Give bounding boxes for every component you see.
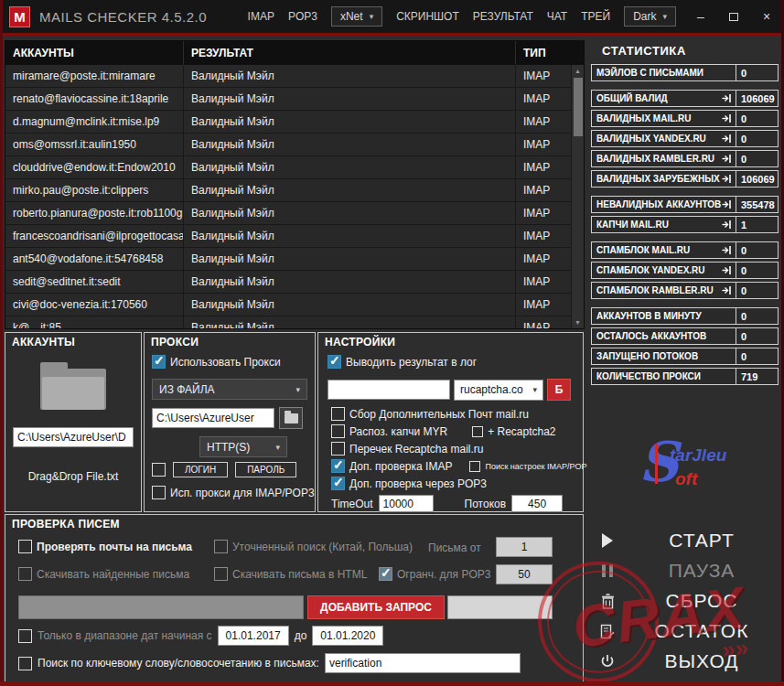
accounts-file-path-input[interactable] [13, 427, 134, 447]
table-row[interactable]: clouddrive@endow.it:Endow2010 Валидный М… [5, 156, 571, 179]
proxy-file-path-input[interactable] [152, 408, 274, 428]
collect-extra-mail-checkbox[interactable] [331, 407, 345, 421]
cell-type: IMAP [516, 316, 571, 328]
table-row[interactable]: mirko.pau@poste.it:clippers Валидный Мэй… [5, 179, 571, 202]
scroll-up-icon[interactable]: ▲ [575, 66, 581, 76]
timeout-input[interactable] [379, 495, 434, 512]
recaptcha2-checkbox[interactable] [472, 426, 483, 437]
rest-button[interactable]: ОСТАТОК [591, 617, 779, 645]
download-found-checkbox[interactable] [18, 567, 32, 581]
folder-icon[interactable] [40, 362, 106, 410]
open-list-icon[interactable] [722, 199, 732, 209]
threads-input[interactable] [511, 495, 563, 512]
pop3-limit-input[interactable] [496, 564, 553, 584]
open-list-icon[interactable] [722, 154, 732, 164]
stat-row: КОЛИЧЕСТВО ПРОКСИ 719 [591, 368, 779, 385]
exit-button[interactable]: ВЫХОД [591, 648, 779, 675]
stat-row: ЗАПУЩЕНО ПОТОКОВ 0 [591, 348, 779, 365]
check-letters-checkbox[interactable] [18, 540, 32, 553]
reset-button[interactable]: СБРОС [591, 587, 779, 615]
cell-result: Валидный Мэйл [184, 202, 516, 224]
download-found-label: Скачивать найденные письма [37, 568, 189, 581]
table-body: miramare@poste.it:miramare Валидный Мэйл… [5, 65, 571, 328]
menu-result[interactable]: РЕЗУЛЬТАТ [473, 10, 533, 23]
menu-pop3[interactable]: POP3 [288, 10, 317, 23]
stats-list: МЭЙЛОВ С ПИСЬМАМИ 0 ОБЩИЙ ВАЛИД 106069 В… [591, 64, 779, 388]
date-from-input[interactable] [218, 626, 289, 646]
menu-screenshot[interactable]: СКРИНШОТ [396, 10, 459, 23]
theme-dropdown[interactable]: Dark▾ [624, 6, 676, 27]
table-row[interactable]: d.magnum@mclink.it:mise.lp9 Валидный Мэй… [5, 111, 571, 134]
window-bottom-border [0, 681, 784, 686]
open-list-icon[interactable] [722, 93, 732, 103]
date-to-input[interactable] [312, 626, 383, 646]
pause-button[interactable]: ПАУЗА [591, 557, 779, 584]
open-list-icon[interactable] [722, 245, 732, 255]
table-row[interactable]: ant540@vodafone.it:54768458 Валидный Мэй… [5, 248, 571, 271]
column-header-result[interactable]: РЕЗУЛЬТАТ [184, 41, 516, 65]
table-scrollbar[interactable]: ▲ ▼ [571, 65, 584, 328]
table-row[interactable]: sedit@seditnet.it:sedit Валидный Мэйл IM… [5, 271, 571, 294]
stat-label: СПАМБЛОК YANDEX.RU [596, 265, 705, 275]
menu-tray[interactable]: ТРЕЙ [581, 10, 610, 23]
scrollbar-thumb[interactable] [574, 78, 583, 136]
proxy-source-select[interactable]: ИЗ ФАЙЛА ▾ [152, 379, 307, 400]
refined-search-checkbox[interactable] [214, 540, 228, 553]
open-list-icon[interactable] [722, 265, 732, 275]
table-row[interactable]: civi@doc-venezia.it:170560 Валидный Мэйл… [5, 294, 571, 316]
stat-value: 0 [736, 150, 779, 167]
open-list-icon[interactable] [722, 113, 732, 123]
keyword-search-checkbox[interactable] [18, 657, 32, 670]
menu-imap[interactable]: IMAP [248, 10, 274, 23]
open-list-icon[interactable] [722, 220, 732, 230]
proxy-auth-checkbox[interactable] [152, 463, 166, 477]
minimize-button[interactable]: – [693, 8, 709, 25]
open-list-icon[interactable] [722, 174, 732, 184]
table-row[interactable]: k@…it:85… Валидный Мэйл IMAP [5, 316, 571, 328]
proxy-password-button[interactable]: ПАРОЛЬ [235, 462, 296, 477]
proxy-protocol-select[interactable]: HTTP(S) ▾ [199, 436, 287, 457]
log-results-checkbox[interactable] [328, 355, 341, 369]
pop3-limit-checkbox[interactable] [379, 567, 392, 581]
column-header-accounts[interactable]: АККАУНТЫ [5, 41, 184, 65]
imap-extra-check-checkbox[interactable] [331, 459, 345, 473]
maximize-button[interactable] [725, 8, 742, 25]
table-row[interactable]: miramare@poste.it:miramare Валидный Мэйл… [5, 65, 571, 88]
captcha-key-input[interactable] [328, 380, 450, 400]
open-list-icon[interactable] [722, 285, 732, 295]
menu-xnet-dropdown[interactable]: xNet▾ [331, 6, 382, 27]
open-list-icon[interactable] [722, 134, 732, 144]
captcha-balance-button[interactable]: Б [547, 379, 571, 401]
stat-label: ЗАПУЩЕНО ПОТОКОВ [596, 351, 698, 361]
pop3-extra-check-checkbox[interactable] [331, 477, 345, 490]
browse-proxy-file-button[interactable] [279, 407, 303, 429]
table-row[interactable]: oms@omssrl.it:aulin1950 Валидный Мэйл IM… [5, 134, 571, 156]
date-range-checkbox[interactable] [18, 629, 32, 643]
proxy-source-value: ИЗ ФАЙЛА [159, 383, 215, 396]
menu-chat[interactable]: ЧАТ [547, 10, 567, 23]
captcha-service-select[interactable]: rucaptcha.co ▾ [454, 380, 543, 401]
stat-row: СПАМБЛОК RAMBLER.RU 0 [591, 282, 779, 299]
table-row[interactable]: roberto.pianura@poste.it:rob1100gs Валид… [5, 202, 571, 225]
imap-settings-search-checkbox[interactable] [469, 461, 480, 472]
keyword-input[interactable] [325, 653, 521, 673]
date-to-word: до [295, 629, 307, 642]
proxy-for-imap-label: Исп. прокси для IMAP/POP3 [170, 487, 315, 499]
proxy-for-imap-checkbox[interactable] [152, 486, 166, 499]
proxy-login-button[interactable]: ЛОГИН [173, 462, 228, 477]
scroll-down-icon[interactable]: ▼ [575, 317, 581, 327]
collect-extra-mail-label: Сбор Дополнительных Почт mail.ru [349, 408, 529, 421]
start-button[interactable]: СТАРТ [591, 527, 779, 554]
letters-from-input[interactable] [496, 537, 553, 557]
table-row[interactable]: renato@flaviocassine.it:18aprile Валидны… [5, 88, 571, 111]
query-list-input[interactable] [447, 595, 553, 619]
recheck-recaptcha-checkbox[interactable] [331, 442, 345, 456]
recognize-captcha-checkbox[interactable] [331, 424, 345, 438]
close-button[interactable]: × [758, 8, 775, 25]
table-row[interactable]: francescoandrisani@ilprogettocasa.i Вали… [5, 225, 571, 248]
add-query-button[interactable]: ДОБАВИТЬ ЗАПРОС [307, 595, 445, 619]
search-query-input[interactable] [18, 595, 304, 619]
download-html-checkbox[interactable] [214, 567, 228, 581]
use-proxy-checkbox[interactable] [152, 355, 166, 369]
column-header-type[interactable]: ТИП [516, 41, 571, 65]
